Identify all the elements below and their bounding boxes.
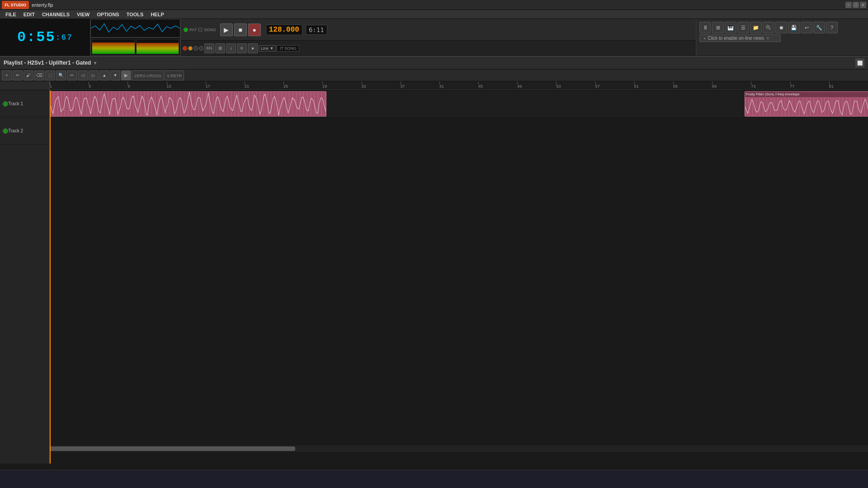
scrub-indicator [199, 46, 203, 51]
track-label-1[interactable]: Track 1 [0, 90, 49, 117]
ruler-mark-77: 77 [790, 81, 795, 89]
ruler-mark-73: 73 [751, 81, 755, 89]
playlist-btn[interactable]: ☰ [737, 22, 749, 33]
menu-bar: FILEEDITCHANNELSVIEWOPTIONSTOOLSHELP [0, 10, 868, 19]
beat-counter: 6:11 [306, 25, 327, 35]
ruler-mark-5: 5 [89, 81, 91, 89]
clip-track1-1[interactable]: Fruity Filter (Scra..f freq envelope [745, 91, 868, 117]
playlist-arrow[interactable]: ▼ [93, 61, 97, 66]
horizontal-scrollbar[interactable] [50, 446, 868, 452]
maximize-button[interactable]: □ [853, 2, 859, 8]
export-btn[interactable]: 💾 [788, 22, 800, 33]
clip-label-1-1: Fruity Filter (Scra..f freq envelope [745, 92, 868, 97]
track-mute-2[interactable] [3, 128, 8, 134]
minimize-button[interactable]: − [845, 2, 852, 8]
mode-piano[interactable]: ♪ [226, 43, 236, 53]
ruler-mark-81: 81 [829, 81, 834, 89]
record-button[interactable]: ● [248, 23, 261, 36]
play-btn2[interactable]: ▶ [121, 70, 131, 80]
ruler-mark-45: 45 [478, 81, 483, 89]
zoom-cross: ZERO-CROSS [132, 70, 164, 80]
track-row-2 [50, 117, 868, 145]
play-button[interactable]: ▶ [220, 23, 233, 36]
close-button[interactable]: × [860, 2, 866, 8]
track-mute-1[interactable] [3, 101, 8, 107]
record-btn2[interactable]: ⏺ [775, 22, 787, 33]
clip-bar-pattern [745, 97, 868, 116]
menu-help[interactable]: HELP [147, 10, 167, 19]
clip-track1-0[interactable] [50, 91, 326, 117]
playlist-title: Playlist - H2Sv1 - Uplifter1 - Gated [4, 60, 91, 66]
playlist-maximize[interactable]: ⬜ [855, 58, 864, 67]
clip-wave-1-1 [745, 97, 868, 116]
menu-view[interactable]: VIEW [73, 10, 93, 19]
ruler-mark-9: 9 [127, 81, 130, 89]
mixer-icon-btn[interactable]: 🎚 [699, 22, 711, 33]
menu-edit[interactable]: EDIT [20, 10, 38, 19]
ruler-mark-21: 21 [245, 81, 249, 89]
right-arrow-btn[interactable]: ▷ [89, 70, 99, 80]
piano-roll-btn[interactable]: 🎹 [725, 22, 736, 33]
level-meter [90, 38, 180, 56]
time-frames: :67 [56, 33, 73, 42]
ruler-mark-17: 17 [206, 81, 210, 89]
mode-mixer[interactable]: ⊞ [215, 43, 225, 53]
menu-options[interactable]: OPTIONS [93, 10, 123, 19]
tracks-content[interactable]: Fruity Filter (Scra..f freq envelope [50, 90, 868, 464]
ruler-mark-49: 49 [517, 81, 522, 89]
loop-indicator [193, 46, 198, 51]
ruler-mark-53: 53 [556, 81, 561, 89]
slicex-btn[interactable]: ✂ [67, 70, 77, 80]
channel-rack-btn[interactable]: ⊞ [712, 22, 724, 33]
zoom-btn[interactable]: 🔍 [56, 70, 66, 80]
ruler-mark-33: 33 [362, 81, 366, 89]
timeline-ruler: 1591317212529333741454953576165697377818… [0, 81, 868, 90]
down-btn[interactable]: ▼ [110, 70, 120, 80]
track-label-2[interactable]: Track 2 [0, 117, 49, 145]
clip-bar-pattern [50, 92, 326, 116]
snap-btn[interactable]: 🔧 [813, 22, 825, 33]
track-label-text-1: Track 1 [8, 101, 47, 106]
ruler-mark-37: 37 [401, 81, 405, 89]
snap-retr: S:RETR [165, 70, 184, 80]
mode-321[interactable]: 321 [204, 43, 214, 53]
playhead [50, 90, 51, 464]
undo-btn[interactable]: ↩ [801, 22, 812, 33]
track-label-ruler [0, 81, 50, 90]
select-btn[interactable]: ⬚ [45, 70, 55, 80]
up-btn[interactable]: ▲ [99, 70, 109, 80]
pat-indicator [184, 28, 188, 32]
help-btn[interactable]: ? [826, 22, 838, 33]
brush-btn[interactable]: 🖌 [24, 70, 33, 80]
menu-tools[interactable]: TOOLS [123, 10, 147, 19]
ruler-mark-57: 57 [595, 81, 600, 89]
plugin-picker-btn[interactable]: 🔌 [763, 22, 774, 33]
left-arrow-btn[interactable]: ◁ [78, 70, 88, 80]
track-labels: Track 1Track 2 [0, 90, 50, 464]
mode-drums[interactable]: ● [248, 43, 258, 53]
it-song-display: IT SONG [277, 45, 299, 52]
pencil-btn[interactable]: ✏ [13, 70, 23, 80]
ruler-mark-25: 25 [283, 81, 288, 89]
top-right-controls: 🎚 ⊞ 🎹 ☰ 📁 🔌 ⏺ 💾 ↩ 🔧 ? ● Click to enable … [696, 19, 868, 56]
bpm-display[interactable]: 128.000 [266, 24, 302, 35]
time-display: 0:55:67 [0, 19, 90, 56]
waveform-display [90, 19, 180, 38]
transport-area: 0:55:67 PAT SONG ▶ ■ ● [0, 19, 868, 56]
playlist-header: Playlist - H2Sv1 - Uplifter1 - Gated ▼ ⬜ [0, 56, 868, 70]
line-dropdown[interactable]: Line ▼ [259, 45, 276, 52]
stop-button[interactable]: ■ [234, 23, 247, 36]
mode-steps[interactable]: ≡ [237, 43, 247, 53]
eraser-btn[interactable]: ⌫ [34, 70, 44, 80]
scrollbar-thumb[interactable] [50, 446, 295, 451]
browser-btn[interactable]: 📁 [750, 22, 762, 33]
rec-indicator [183, 46, 187, 51]
fl-logo-text: FL STUDIO [5, 3, 26, 7]
new-btn[interactable]: + [2, 70, 12, 80]
news-bar[interactable]: ● Click to enable on-line news ▼ [699, 34, 781, 42]
clip-wave-1-0 [50, 92, 326, 116]
playlist-toolbar: + ✏ 🖌 ⌫ ⬚ 🔍 ✂ ◁ ▷ ▲ ▼ ▶ ZERO-CROSS S:RET… [0, 70, 868, 81]
song-indicator [198, 28, 203, 32]
menu-channels[interactable]: CHANNELS [38, 10, 73, 19]
menu-file[interactable]: FILE [2, 10, 20, 19]
